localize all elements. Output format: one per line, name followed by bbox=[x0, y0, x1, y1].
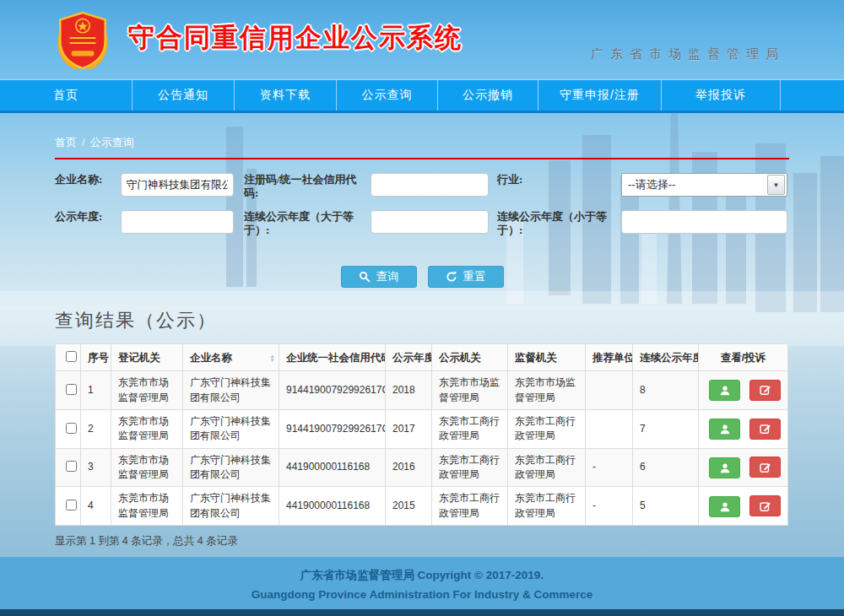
cell-recommend bbox=[586, 371, 633, 410]
cell-credit-code: 91441900792992617C bbox=[279, 371, 386, 410]
cell-no: 2 bbox=[81, 409, 111, 448]
user-icon bbox=[719, 424, 731, 435]
page-root: 守合同重信用企业公示系统 广东省市场监督管理局 首页 公告通知 资料下载 公示查… bbox=[0, 0, 844, 616]
nav-item-downloads[interactable]: 资料下载 bbox=[235, 80, 337, 111]
breadcrumb-home-link[interactable]: 首页 bbox=[55, 136, 77, 149]
agency-emblem-logo bbox=[52, 9, 113, 72]
cell-reg-org: 东莞市市场监督管理局 bbox=[111, 409, 183, 448]
company-name-label: 企业名称: bbox=[55, 173, 121, 186]
col-header-years: 连续公示年度 bbox=[633, 344, 699, 371]
table-head: 序号 登记机关 企业名称 ▲ ▼ 企业统一社会信用代码 公示年度 公示机关 监督… bbox=[56, 344, 788, 371]
complaint-button[interactable] bbox=[749, 457, 781, 478]
agency-name: 广东省市场监督管理局 bbox=[591, 46, 785, 62]
cell-years: 5 bbox=[633, 487, 699, 526]
user-icon bbox=[719, 462, 731, 473]
col-header-pub-org: 公示机关 bbox=[432, 344, 508, 371]
years-gte-input[interactable] bbox=[371, 210, 489, 234]
breadcrumb: 首页/公示查询 bbox=[55, 135, 789, 150]
reset-button[interactable]: 重置 bbox=[428, 266, 504, 288]
sort-icon[interactable]: ▲ ▼ bbox=[270, 354, 275, 362]
cell-credit-code: 91441900792992617C bbox=[279, 409, 386, 448]
row-checkbox[interactable] bbox=[66, 500, 77, 511]
publicity-year-input[interactable] bbox=[121, 210, 234, 234]
industry-label: 行业: bbox=[497, 173, 621, 186]
breadcrumb-current: 公示查询 bbox=[90, 136, 134, 149]
col-header-actions: 查看/投诉 bbox=[699, 344, 788, 371]
nav-item-report-complaint[interactable]: 举报投诉 bbox=[662, 80, 781, 111]
cell-years: 7 bbox=[633, 409, 699, 448]
cell-company-name: 广东守门神科技集团有限公司 bbox=[183, 371, 279, 410]
table-row: 4 东莞市市场监督管理局 广东守门神科技集团有限公司 4419000001161… bbox=[56, 487, 788, 526]
form-row-1: 企业名称: 注册码/统一社会信用代码: 行业: --请选择-- ▼ bbox=[55, 173, 789, 200]
cell-credit-code: 441900000116168 bbox=[279, 448, 386, 487]
col-header-company-name[interactable]: 企业名称 ▲ ▼ bbox=[183, 344, 279, 371]
cell-pub-org: 东莞市市场监督管理局 bbox=[432, 371, 508, 410]
row-checkbox[interactable] bbox=[66, 423, 77, 434]
user-icon bbox=[719, 501, 731, 512]
chevron-down-icon[interactable]: ▼ bbox=[767, 175, 785, 195]
view-button[interactable] bbox=[709, 457, 740, 478]
years-gte-label: 连续公示年度（大于等于）: bbox=[244, 210, 371, 237]
sort-desc-icon: ▼ bbox=[270, 358, 275, 362]
col-header-no: 序号 bbox=[81, 344, 111, 371]
footer-line2: Guangdong Province Administration For In… bbox=[0, 583, 844, 601]
cell-no: 3 bbox=[81, 448, 111, 487]
nav-item-publicity-query[interactable]: 公示查询 bbox=[337, 80, 438, 111]
cell-years: 6 bbox=[633, 448, 699, 487]
form-actions: 查询 重置 bbox=[55, 266, 789, 288]
complaint-button[interactable] bbox=[749, 419, 781, 440]
row-checkbox[interactable] bbox=[66, 384, 77, 395]
red-divider bbox=[55, 158, 789, 159]
site-header: 守合同重信用企业公示系统 广东省市场监督管理局 bbox=[0, 0, 844, 79]
publicity-year-label: 公示年度: bbox=[55, 210, 121, 224]
edit-icon bbox=[760, 384, 771, 396]
cell-recommend: - bbox=[586, 448, 633, 487]
search-button[interactable]: 查询 bbox=[341, 266, 417, 288]
cell-recommend bbox=[586, 409, 633, 448]
table-row: 3 东莞市市场监督管理局 广东守门神科技集团有限公司 4419000001161… bbox=[56, 448, 788, 487]
main-nav: 首页 公告通知 资料下载 公示查询 公示撤销 守重申报/注册 举报投诉 bbox=[0, 79, 844, 113]
cell-sup-org: 东莞市工商行政管理局 bbox=[508, 487, 586, 526]
cell-year: 2015 bbox=[386, 487, 432, 526]
record-summary: 显示第 1 到第 4 条记录，总共 4 条记录 bbox=[55, 534, 789, 548]
view-button[interactable] bbox=[709, 380, 740, 401]
industry-select[interactable]: --请选择-- ▼ bbox=[621, 173, 787, 197]
select-all-checkbox[interactable] bbox=[66, 351, 77, 362]
col-header-credit-code: 企业统一社会信用代码 bbox=[279, 344, 386, 371]
complaint-button[interactable] bbox=[749, 495, 781, 516]
years-lte-input[interactable] bbox=[621, 210, 787, 234]
results-table: 序号 登记机关 企业名称 ▲ ▼ 企业统一社会信用代码 公示年度 公示机关 监督… bbox=[55, 343, 788, 526]
nav-item-publicity-revoke[interactable]: 公示撤销 bbox=[438, 80, 538, 111]
industry-select-value: --请选择-- bbox=[622, 177, 767, 192]
table-row: 1 东莞市市场监督管理局 广东守门神科技集团有限公司 9144190079299… bbox=[56, 371, 788, 410]
cell-company-name: 广东守门神科技集团有限公司 bbox=[183, 409, 279, 448]
edit-icon bbox=[760, 500, 771, 512]
credit-code-input[interactable] bbox=[371, 173, 489, 197]
nav-item-home[interactable]: 首页 bbox=[0, 80, 133, 111]
edit-icon bbox=[760, 462, 771, 473]
nav-item-announcements[interactable]: 公告通知 bbox=[133, 80, 235, 111]
table-body: 1 东莞市市场监督管理局 广东守门神科技集团有限公司 9144190079299… bbox=[56, 371, 788, 526]
col-header-year: 公示年度 bbox=[386, 344, 432, 371]
col-header-company-name-label: 企业名称 bbox=[190, 352, 232, 364]
cell-pub-org: 东莞市工商行政管理局 bbox=[432, 409, 508, 448]
view-button[interactable] bbox=[709, 419, 740, 440]
company-name-input[interactable] bbox=[121, 173, 234, 197]
row-checkbox[interactable] bbox=[66, 461, 77, 472]
cell-year: 2016 bbox=[386, 448, 432, 487]
cell-pub-org: 东莞市工商行政管理局 bbox=[432, 448, 508, 487]
cell-credit-code: 441900000116168 bbox=[279, 487, 386, 526]
cell-years: 8 bbox=[633, 371, 699, 410]
cell-year: 2018 bbox=[386, 371, 432, 410]
col-header-recommend: 推荐单位 bbox=[586, 344, 633, 371]
col-header-sup-org: 监督机关 bbox=[508, 344, 586, 371]
nav-item-declare-register[interactable]: 守重申报/注册 bbox=[538, 80, 662, 111]
complaint-button[interactable] bbox=[749, 380, 781, 401]
site-footer: 广东省市场监督管理局 Copyright © 2017-2019. Guangd… bbox=[0, 557, 844, 609]
years-lte-label: 连续公示年度（小于等于）: bbox=[497, 210, 621, 237]
cell-sup-org: 东莞市工商行政管理局 bbox=[508, 448, 586, 487]
cell-reg-org: 东莞市市场监督管理局 bbox=[111, 487, 183, 526]
footer-line1: 广东省市场监督管理局 Copyright © 2017-2019. bbox=[0, 557, 844, 583]
view-button[interactable] bbox=[709, 496, 740, 517]
cell-sup-org: 东莞市市场监督管理局 bbox=[508, 371, 586, 410]
